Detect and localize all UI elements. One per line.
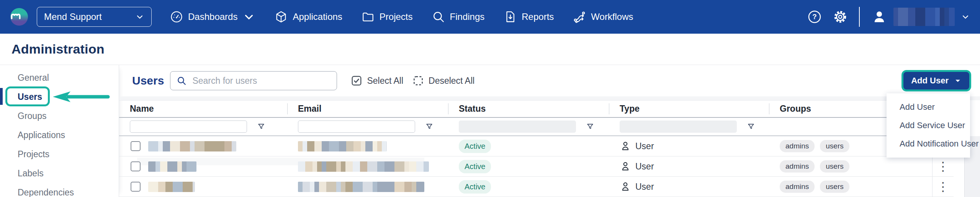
user-type-icon <box>620 140 631 152</box>
gear-icon[interactable] <box>833 10 847 24</box>
svg-text:?: ? <box>812 13 816 21</box>
sidebar-item-label: Projects <box>18 149 49 160</box>
sidebar-item-dependencies[interactable]: Dependencies <box>0 183 119 197</box>
admin-sidebar: General Users Groups Applications Projec… <box>0 65 119 197</box>
row-checkbox[interactable] <box>131 141 141 151</box>
nav-item-workflows[interactable]: Workflows <box>573 10 633 23</box>
redacted-name <box>148 161 196 172</box>
redacted-email <box>298 141 387 151</box>
redacted-username <box>893 8 955 26</box>
group-chip: admins <box>780 181 815 193</box>
menu-item-add-notification-user[interactable]: Add Notification User <box>887 135 970 153</box>
type-label: User <box>635 182 654 192</box>
nav-label: Workflows <box>591 11 633 22</box>
redacted-name <box>148 182 195 192</box>
column-header-email[interactable]: Email <box>287 101 448 117</box>
cell-status: Active <box>448 140 609 153</box>
table-row: Active User admins users ⋮ <box>119 156 954 177</box>
select-all-label: Select All <box>367 76 403 86</box>
user-menu[interactable] <box>871 8 970 26</box>
gauge-icon <box>170 10 183 23</box>
group-chip: admins <box>780 160 815 173</box>
nav-label: Dashboards <box>188 11 237 22</box>
kebab-icon: ⋮ <box>937 181 949 193</box>
checkbox-dashed-icon <box>412 75 424 86</box>
group-chip: admins <box>780 140 815 152</box>
redacted-email <box>298 182 424 192</box>
column-header-type[interactable]: Type <box>609 101 769 117</box>
mend-logo-icon[interactable] <box>10 8 28 26</box>
group-chip: users <box>820 140 849 152</box>
active-item-indicator <box>0 88 3 105</box>
navbar-right-controls: ? <box>808 7 970 27</box>
table-row: Active User admins users ⋮ <box>119 136 954 156</box>
panel-title: Users <box>132 74 164 87</box>
row-actions-button[interactable]: ⋮ <box>932 156 954 176</box>
user-type-icon <box>620 181 631 192</box>
page-title: Administration <box>11 42 105 57</box>
status-badge: Active <box>459 140 491 153</box>
nav-item-findings[interactable]: Findings <box>432 10 485 23</box>
search-input[interactable] <box>192 76 330 86</box>
add-user-button-label: Add User <box>911 76 949 86</box>
filter-funnel-icon[interactable] <box>425 122 434 131</box>
help-icon[interactable]: ? <box>808 10 821 24</box>
filter-funnel-icon[interactable] <box>257 122 265 131</box>
status-badge: Active <box>459 180 491 194</box>
nav-item-projects[interactable]: Projects <box>362 10 413 23</box>
row-checkbox[interactable] <box>131 161 141 171</box>
nav-item-reports[interactable]: Reports <box>504 10 554 23</box>
cube-icon <box>275 10 288 23</box>
sidebar-item-labels[interactable]: Labels <box>0 164 119 183</box>
filter-funnel-icon[interactable] <box>586 122 594 131</box>
column-header-name[interactable]: Name <box>119 101 287 117</box>
filter-funnel-icon[interactable] <box>747 122 755 131</box>
search-icon <box>177 76 187 86</box>
search-icon <box>432 10 445 23</box>
cell-email <box>287 161 448 172</box>
sidebar-item-general[interactable]: General <box>0 68 119 87</box>
nav-item-applications[interactable]: Applications <box>275 10 342 23</box>
menu-item-add-user[interactable]: Add User <box>887 98 970 116</box>
nav-label: Findings <box>450 11 485 22</box>
cell-name <box>119 182 287 192</box>
table-filter-row <box>119 118 954 136</box>
organization-selector-value: Mend Support <box>44 11 102 22</box>
cell-status: Active <box>448 160 609 173</box>
sidebar-item-label: Applications <box>18 130 65 140</box>
row-checkbox[interactable] <box>131 182 141 192</box>
sidebar-item-projects[interactable]: Projects <box>0 145 119 164</box>
deselect-all-button[interactable]: Deselect All <box>412 75 474 86</box>
nav-item-dashboards[interactable]: Dashboards <box>170 10 255 23</box>
organization-selector[interactable]: Mend Support <box>37 7 152 27</box>
add-user-button[interactable]: Add User <box>903 72 969 90</box>
type-label: User <box>635 141 654 151</box>
menu-item-add-service-user[interactable]: Add Service User <box>887 116 970 135</box>
user-type-icon <box>620 161 631 172</box>
sidebar-item-groups[interactable]: Groups <box>0 106 119 125</box>
navbar-divider <box>859 7 860 27</box>
checkbox-checked-icon <box>351 75 362 86</box>
status-filter-input <box>459 120 576 133</box>
row-actions-button[interactable]: ⋮ <box>932 177 954 197</box>
email-filter-input[interactable] <box>298 120 415 133</box>
sidebar-item-users[interactable]: Users <box>0 87 119 106</box>
add-user-dropdown-menu: Add User Add Service User Add Notificati… <box>887 93 970 158</box>
deselect-all-label: Deselect All <box>429 76 474 86</box>
sidebar-item-applications[interactable]: Applications <box>0 125 119 145</box>
cell-type: User <box>609 140 769 152</box>
workflow-icon <box>573 10 586 23</box>
name-filter-input[interactable] <box>130 120 247 133</box>
column-header-status[interactable]: Status <box>448 101 609 117</box>
type-label: User <box>635 161 654 172</box>
chevron-down-icon <box>961 12 970 21</box>
filter-cell-status <box>448 120 609 133</box>
page-header: Administration <box>0 34 980 65</box>
group-chip: users <box>820 181 849 193</box>
nav-label: Projects <box>380 11 413 22</box>
users-panel: Users Select All Deselect All <box>119 65 980 197</box>
select-all-button[interactable]: Select All <box>351 75 403 86</box>
caret-down-icon <box>954 77 962 85</box>
user-search <box>170 71 337 90</box>
cell-name <box>119 161 287 172</box>
